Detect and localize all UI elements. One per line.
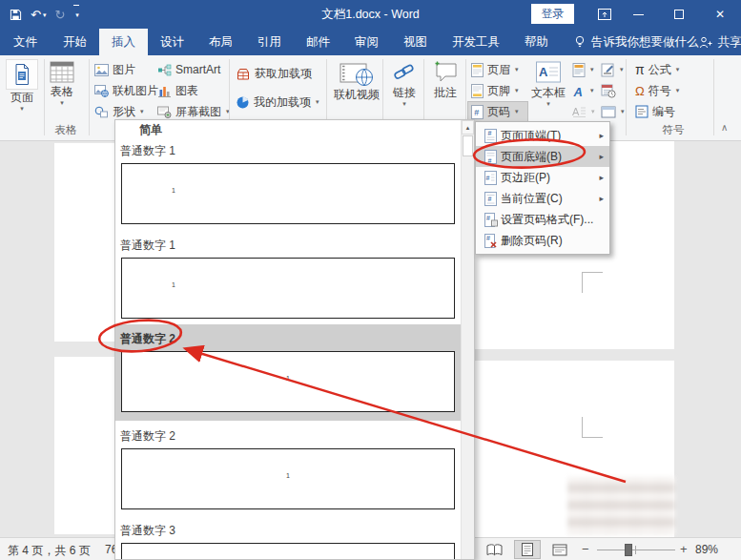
save-button[interactable] (10, 9, 22, 21)
object-icon (601, 106, 616, 118)
online-pictures-button[interactable]: 联机图片 (94, 81, 158, 100)
current-position-icon: # (484, 191, 498, 207)
menu-item-top-of-page[interactable]: # 页面顶端(T) ▸ (476, 125, 609, 146)
read-mode-button[interactable] (481, 540, 507, 559)
minimize-button[interactable] (626, 0, 650, 29)
tab-developer[interactable]: 开发工具 (440, 29, 512, 55)
maximize-button[interactable] (667, 0, 691, 29)
undo-button[interactable]: ↶▾ (31, 6, 46, 25)
zoom-level[interactable]: 89% (695, 543, 718, 556)
maximize-icon (674, 10, 684, 19)
shapes-button[interactable]: 形状 ▾ (94, 102, 144, 121)
gallery-item-plain-number-2-selected[interactable]: 普通数字 2 1 (115, 324, 461, 421)
tab-layout[interactable]: 布局 (196, 29, 245, 55)
ribbon-display-options-button[interactable] (597, 7, 612, 26)
sign-in-button[interactable]: 登录 (531, 4, 574, 24)
page-number-button[interactable]: # 页码 ▾ (471, 102, 519, 121)
my-addins-button[interactable]: 我的加载项 ▾ (236, 93, 319, 112)
table-button[interactable]: 表格 ▾ (50, 61, 74, 106)
menu-item-format-page-numbers[interactable]: # 设置页码格式(F)... (476, 209, 609, 230)
document-page[interactable] (54, 357, 115, 534)
online-video-button[interactable]: 联机视频 (332, 60, 381, 101)
tab-home[interactable]: 开始 (51, 29, 99, 55)
web-layout-button[interactable] (546, 540, 573, 559)
screenshot-button[interactable]: 屏幕截图 ▾ (157, 102, 230, 121)
ribbon-tab-bar: 文件 开始 插入 设计 布局 引用 邮件 审阅 视图 开发工具 帮助 告诉我你想… (0, 29, 741, 55)
close-button[interactable]: ✕ (708, 0, 732, 29)
online-pictures-label: 联机图片 (113, 83, 158, 99)
menu-item-label: 页边距(P) (501, 170, 599, 186)
symbol-button[interactable]: Ω 符号 ▾ (635, 81, 679, 100)
gallery-item-plain-number-3[interactable]: 普通数字 3 (115, 509, 461, 559)
word-window: ↶▾ ↻ ▾ 文档1.docx - Word 登录 ✕ 文件 开始 插入 设计 … (0, 0, 741, 560)
footer-button[interactable]: 页脚 ▾ (471, 81, 519, 100)
tab-help[interactable]: 帮助 (512, 29, 561, 55)
menu-item-bottom-of-page[interactable]: # 页面底端(B) ▸ (476, 146, 609, 167)
comment-label: 批注 (434, 87, 457, 99)
menu-item-current-position[interactable]: # 当前位置(C) ▸ (476, 188, 609, 209)
pages-button[interactable]: 页面 ▾ (6, 59, 38, 112)
link-icon (393, 60, 416, 85)
gallery-item-preview (121, 543, 455, 559)
textbox-button[interactable]: A 文本框 ▾ (530, 60, 566, 107)
scroll-up-icon[interactable]: ▲ (462, 120, 474, 135)
chevron-down-icon: ▾ (316, 98, 319, 106)
gallery-item-plain-number-1[interactable]: 普通数字 1 1 (115, 224, 461, 319)
tab-insert[interactable]: 插入 (99, 29, 148, 55)
menu-item-page-margins[interactable]: # 页边距(P) ▸ (476, 167, 609, 188)
header-button[interactable]: 页眉 ▾ (471, 60, 519, 79)
menu-item-label: 设置页码格式(F)... (501, 212, 607, 228)
zoom-slider-thumb[interactable] (625, 544, 632, 556)
tab-review[interactable]: 审阅 (342, 29, 391, 55)
object-button[interactable]: ▾ (601, 102, 625, 121)
menu-item-remove-page-numbers[interactable]: # 删除页码(R) (476, 230, 609, 251)
page-indicator[interactable]: 第 4 页，共 6 页 (8, 543, 91, 559)
drop-cap-icon: A (572, 105, 587, 118)
link-button[interactable]: 链接 ▾ (386, 60, 422, 107)
document-page[interactable] (54, 143, 115, 342)
wordart-button[interactable]: A ▾ (572, 81, 594, 100)
tab-references[interactable]: 引用 (245, 29, 294, 55)
signature-line-button[interactable]: ▾ (601, 60, 624, 79)
symbol-label: 符号 (648, 83, 671, 99)
smartart-button[interactable]: SmartArt (157, 60, 220, 79)
comment-button[interactable]: 批注 (427, 60, 463, 99)
page-number-gallery: 简单 普通数字 1 1 普通数字 1 1 普通数字 2 1 普 (114, 119, 475, 560)
chevron-down-icon: ▾ (590, 66, 594, 73)
share-button[interactable]: 共享 (699, 29, 741, 55)
gallery-scrollbar[interactable]: ▲ (461, 120, 474, 559)
zoom-out-button[interactable]: − (582, 542, 589, 556)
chart-button[interactable]: 图表 (157, 81, 198, 100)
quick-parts-icon (572, 63, 586, 77)
tab-file[interactable]: 文件 (0, 29, 51, 55)
numbering-icon (635, 105, 648, 118)
drop-cap-button[interactable]: A ▾ (572, 102, 595, 121)
number-button[interactable]: 编号 (635, 102, 675, 121)
picture-button[interactable]: 图片 (94, 60, 135, 79)
get-addins-button[interactable]: 获取加载项 (236, 64, 312, 83)
tab-view[interactable]: 视图 (391, 29, 440, 55)
redo-button[interactable]: ↻ (54, 6, 65, 25)
gallery-item-plain-number-1[interactable]: 普通数字 1 1 (115, 140, 461, 224)
tab-mailings[interactable]: 邮件 (294, 29, 342, 55)
chevron-down-icon: ▾ (75, 6, 79, 25)
gallery-item-plain-number-2[interactable]: 普通数字 2 1 (115, 421, 461, 509)
remove-page-numbers-icon: # (484, 233, 498, 249)
zoom-slider-track[interactable] (597, 550, 675, 550)
chevron-down-icon: ▾ (515, 66, 519, 73)
equation-label: 公式 (648, 62, 671, 78)
textbox-icon: A (535, 60, 562, 85)
print-layout-icon (521, 542, 534, 557)
scrollbar-thumb[interactable] (463, 135, 473, 156)
customize-qat-button[interactable]: ▾ (73, 5, 79, 25)
equation-button[interactable]: π 公式 ▾ (635, 60, 679, 79)
date-time-button[interactable] (601, 81, 616, 100)
zoom-in-button[interactable]: + (680, 542, 688, 556)
collapse-ribbon-button[interactable]: ∧ (721, 122, 728, 133)
quick-parts-button[interactable]: ▾ (572, 60, 594, 79)
table-label: 表格 (51, 86, 73, 98)
screenshot-icon (157, 106, 172, 118)
tab-design[interactable]: 设计 (148, 29, 196, 55)
tell-me-box[interactable]: 告诉我你想要做什么 (574, 29, 699, 55)
print-layout-button[interactable] (514, 540, 541, 559)
